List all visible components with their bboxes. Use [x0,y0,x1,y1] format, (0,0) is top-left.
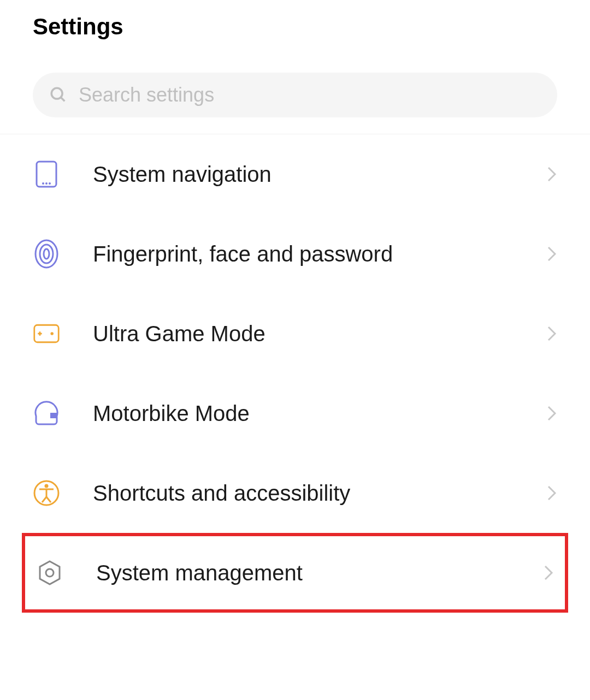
header: Settings [0,0,590,56]
search-bar[interactable] [33,73,557,117]
svg-marker-19 [40,561,60,584]
svg-point-3 [42,182,44,185]
item-label: System navigation [93,162,546,187]
page-title: Settings [33,14,557,40]
item-label: Fingerprint, face and password [93,242,546,266]
item-label: Shortcuts and accessibility [93,481,546,506]
settings-item-motorbike[interactable]: Motorbike Mode [0,373,590,453]
svg-point-14 [45,484,49,488]
svg-point-7 [40,245,53,263]
svg-line-18 [46,497,51,502]
accessibility-icon [33,479,60,507]
gamepad-icon [33,320,60,347]
svg-line-17 [42,497,46,502]
svg-point-12 [50,332,54,335]
settings-item-system-management[interactable]: System management [22,533,568,613]
settings-item-ultra-game[interactable]: Ultra Game Mode [0,294,590,373]
settings-item-accessibility[interactable]: Shortcuts and accessibility [0,453,590,533]
phone-icon [33,161,60,188]
chevron-right-icon [546,325,557,342]
chevron-right-icon [546,405,557,422]
item-label: System management [96,561,543,585]
svg-line-1 [61,97,64,101]
settings-list: System navigation Fingerprint, face and … [0,134,590,613]
chevron-right-icon [546,484,557,502]
chevron-right-icon [546,245,557,263]
item-label: Ultra Game Mode [93,322,546,346]
chevron-right-icon [543,564,554,582]
svg-point-4 [45,182,48,185]
svg-point-5 [49,182,51,185]
search-container [0,56,590,134]
svg-point-0 [51,88,62,99]
svg-point-8 [44,249,49,259]
settings-item-fingerprint[interactable]: Fingerprint, face and password [0,214,590,294]
settings-nut-icon [36,559,63,586]
settings-item-system-navigation[interactable]: System navigation [0,134,590,214]
search-input[interactable] [79,84,541,106]
chevron-right-icon [546,165,557,183]
svg-point-20 [46,569,54,577]
item-label: Motorbike Mode [93,401,546,426]
fingerprint-icon [33,240,60,268]
search-icon [49,86,68,104]
helmet-icon [33,400,60,427]
